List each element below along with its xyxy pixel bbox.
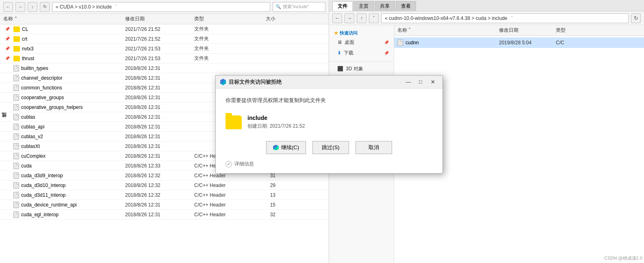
dialog-shield-icon bbox=[220, 79, 226, 85]
folder-icon bbox=[13, 46, 20, 52]
tab-view[interactable]: 查看 bbox=[396, 1, 416, 11]
access-denied-dialog: 目标文件夹访问被拒绝 — □ ✕ 你需要提供管理员权限才能复制到此文件夹 inc… bbox=[215, 75, 443, 174]
cube-icon: ⬛ bbox=[337, 66, 343, 72]
file-icon bbox=[13, 182, 19, 189]
file-icon bbox=[13, 75, 19, 81]
right-col-header-name[interactable]: 名称 ˄ bbox=[397, 27, 499, 34]
dialog-maximize-button[interactable]: □ bbox=[415, 77, 426, 87]
file-icon bbox=[13, 133, 19, 140]
file-row[interactable]: cuda_egl_interop 2018/8/26 12:31 C/C++ H… bbox=[0, 210, 329, 220]
file-icon bbox=[13, 172, 19, 179]
file-icon bbox=[13, 153, 19, 159]
dialog-window-controls: — □ ✕ bbox=[403, 77, 438, 87]
col-header-type[interactable]: 类型 bbox=[194, 15, 247, 22]
pin-icon: 📌 bbox=[384, 40, 389, 45]
file-icon bbox=[13, 192, 19, 198]
right-column-headers: 名称 ˄ 修改日期 类型 bbox=[394, 25, 644, 36]
tab-file[interactable]: 文件 bbox=[332, 1, 353, 11]
file-row[interactable]: 📌 CL 2021/7/26 21:52 文件夹 bbox=[0, 24, 329, 34]
file-icon bbox=[13, 202, 19, 208]
file-row[interactable]: builtin_types 2018/8/26 12:31 bbox=[0, 63, 329, 73]
right-tabs: 文件 主页 共享 查看 bbox=[329, 0, 644, 11]
right-path-display[interactable]: « cudnn-10.0-windows10-x64-v7.6.4.38 > c… bbox=[381, 13, 629, 23]
file-row[interactable]: cuda_d3d10_interop 2018/8/26 12:32 C/C++… bbox=[0, 180, 329, 190]
search-icon: 🔍 bbox=[275, 4, 281, 9]
file-row[interactable]: 📌 crt 2021/7/26 21:52 文件夹 bbox=[0, 34, 329, 44]
file-row[interactable]: cuda_d3d11_interop 2018/8/26 12:32 C/C++… bbox=[0, 190, 329, 200]
desktop-icon: 🖥 bbox=[337, 39, 342, 45]
dialog-continue-button[interactable]: 继续(C) bbox=[266, 141, 306, 154]
pin-icon: 📌 bbox=[384, 51, 389, 55]
right-up-button[interactable]: ↑ bbox=[357, 13, 366, 23]
star-icon: ★ bbox=[334, 30, 338, 36]
sidebar-item-download[interactable]: ⬇ 下载 📌 bbox=[329, 48, 394, 58]
continue-shield-icon bbox=[273, 145, 279, 150]
file-icon bbox=[13, 65, 19, 72]
dialog-buttons: 继续(C) 跳过(S) 取消 bbox=[226, 141, 433, 154]
sidebar-quick-access-title: ★ 快速访问 bbox=[329, 28, 394, 37]
file-row[interactable]: 📌 thrust 2021/7/26 21:53 文件夹 bbox=[0, 54, 329, 63]
left-path-display[interactable]: « CUDA > v10.0 > include ˅ bbox=[52, 2, 270, 12]
right-addressbar: ← → ↑ ˄ « cudnn-10.0-windows10-x64-v7.6.… bbox=[329, 11, 644, 25]
folder-icon bbox=[13, 56, 20, 61]
pin-icon: 📌 bbox=[3, 46, 11, 51]
sidebar-item-3d[interactable]: ⬛ 3D 对象 bbox=[329, 63, 394, 74]
dialog-title: 目标文件夹访问被拒绝 bbox=[229, 78, 400, 86]
file-icon bbox=[13, 211, 19, 218]
left-column-headers: 名称 ˄ 修改日期 类型 大小 bbox=[0, 14, 329, 24]
col-header-size[interactable]: 大小 bbox=[247, 15, 275, 22]
download-icon: ⬇ bbox=[337, 50, 341, 56]
folder-icon bbox=[13, 26, 20, 32]
left-search-box[interactable]: 🔍 搜索"include" bbox=[273, 2, 325, 12]
file-icon bbox=[13, 114, 19, 120]
stream-label: 流水灯 bbox=[0, 120, 9, 123]
dialog-message: 你需要提供管理员权限才能复制到此文件夹 bbox=[226, 97, 433, 104]
col-header-name[interactable]: 名称 ˄ bbox=[3, 15, 125, 22]
dialog-titlebar: 目标文件夹访问被拒绝 — □ ✕ bbox=[216, 76, 442, 89]
left-forward-button[interactable]: → bbox=[15, 2, 25, 12]
right-up-button2[interactable]: ˄ bbox=[369, 13, 379, 23]
file-icon bbox=[13, 124, 19, 130]
right-file-row[interactable]: cudnn 2019/8/28 5:04 C/C bbox=[394, 37, 644, 48]
file-icon bbox=[13, 104, 19, 111]
tab-home[interactable]: 主页 bbox=[353, 1, 374, 11]
left-back-button[interactable]: ← bbox=[3, 2, 13, 12]
dialog-skip-button[interactable]: 跳过(S) bbox=[312, 141, 349, 154]
pin-icon: 📌 bbox=[3, 27, 11, 31]
dialog-minimize-button[interactable]: — bbox=[403, 77, 414, 87]
file-icon bbox=[13, 94, 19, 101]
folder-icon bbox=[13, 36, 20, 42]
right-back-button[interactable]: ← bbox=[332, 13, 342, 23]
right-col-header-date[interactable]: 修改日期 bbox=[499, 27, 556, 34]
sort-icon: ˄ bbox=[15, 16, 17, 22]
details-chevron-icon: ✓ bbox=[226, 161, 232, 167]
pin-icon: 📌 bbox=[3, 56, 11, 61]
dialog-body: 你需要提供管理员权限才能复制到此文件夹 include 创建日期: 2021/7… bbox=[216, 89, 442, 173]
left-refresh-button[interactable]: ↻ bbox=[40, 2, 50, 12]
dialog-folder-icon bbox=[226, 115, 242, 129]
file-row[interactable]: 📌 nvtx3 2021/7/26 21:53 文件夹 bbox=[0, 44, 329, 54]
dialog-cancel-button[interactable]: 取消 bbox=[356, 141, 392, 154]
file-icon bbox=[397, 39, 403, 46]
pin-icon: 📌 bbox=[3, 37, 11, 41]
dialog-file-date: 创建日期: 2021/7/26 21:52 bbox=[247, 123, 305, 130]
dialog-file-info: include 创建日期: 2021/7/26 21:52 bbox=[226, 111, 433, 133]
left-up-button[interactable]: ↑ bbox=[28, 2, 37, 12]
right-refresh-button[interactable]: ↻ bbox=[631, 13, 641, 23]
dialog-file-text: include 创建日期: 2021/7/26 21:52 bbox=[247, 115, 305, 130]
left-addressbar: ← → ↑ ↻ « CUDA > v10.0 > include ˅ 🔍 搜索"… bbox=[0, 0, 329, 14]
dialog-close-button[interactable]: ✕ bbox=[427, 77, 438, 87]
right-col-header-type[interactable]: 类型 bbox=[556, 27, 588, 34]
sidebar-item-desktop[interactable]: 🖥 桌面 📌 bbox=[329, 37, 394, 48]
file-icon bbox=[13, 85, 19, 91]
right-forward-button[interactable]: → bbox=[345, 13, 354, 23]
csdn-watermark: CSDN @桃成溪2.0 bbox=[604, 255, 642, 261]
file-icon bbox=[13, 143, 19, 150]
col-header-date[interactable]: 修改日期 bbox=[125, 15, 194, 22]
dialog-details[interactable]: ✓ 详细信息 bbox=[226, 158, 433, 169]
tab-share[interactable]: 共享 bbox=[375, 1, 395, 11]
dialog-file-name: include bbox=[247, 115, 305, 121]
file-icon bbox=[13, 163, 19, 169]
sort-asc-icon: ˄ bbox=[408, 27, 411, 33]
file-row[interactable]: cuda_device_runtime_api 2018/8/26 12:31 … bbox=[0, 200, 329, 210]
